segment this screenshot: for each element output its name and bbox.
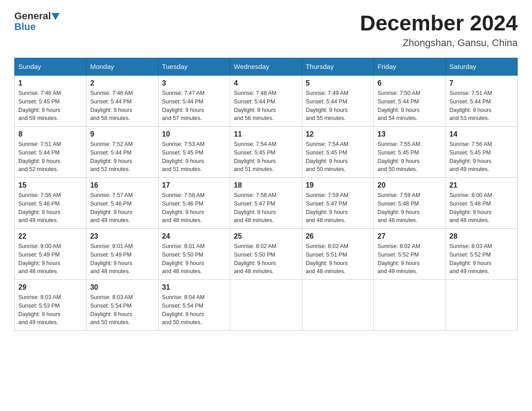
calendar-header-row: Sunday Monday Tuesday Wednesday Thursday… bbox=[15, 58, 518, 76]
col-wednesday: Wednesday bbox=[230, 58, 302, 76]
calendar-day-cell: 4 Sunrise: 7:48 AMSunset: 5:44 PMDayligh… bbox=[230, 75, 302, 127]
col-saturday: Saturday bbox=[446, 58, 517, 76]
day-number: 1 bbox=[18, 79, 82, 87]
col-thursday: Thursday bbox=[302, 58, 373, 76]
day-number: 18 bbox=[234, 181, 298, 189]
col-friday: Friday bbox=[374, 58, 446, 76]
day-number: 16 bbox=[90, 181, 154, 189]
day-info: Sunrise: 7:57 AMSunset: 5:46 PMDaylight:… bbox=[90, 192, 133, 223]
day-info: Sunrise: 7:50 AMSunset: 5:44 PMDaylight:… bbox=[378, 90, 420, 121]
day-number: 12 bbox=[306, 130, 370, 138]
day-number: 3 bbox=[162, 79, 226, 87]
col-monday: Monday bbox=[86, 58, 158, 76]
calendar-day-cell: 3 Sunrise: 7:47 AMSunset: 5:44 PMDayligh… bbox=[158, 75, 230, 127]
day-number: 21 bbox=[450, 181, 514, 189]
calendar-day-cell: 24 Sunrise: 8:01 AMSunset: 5:50 PMDaylig… bbox=[158, 229, 230, 280]
calendar-week-row: 22 Sunrise: 8:00 AMSunset: 5:49 PMDaylig… bbox=[15, 229, 518, 280]
logo-arrow-icon bbox=[51, 13, 60, 20]
day-number: 10 bbox=[162, 130, 226, 138]
calendar-day-cell bbox=[446, 280, 517, 331]
day-info: Sunrise: 7:58 AMSunset: 5:47 PMDaylight:… bbox=[234, 192, 276, 223]
calendar-day-cell bbox=[230, 280, 302, 331]
day-number: 22 bbox=[18, 232, 82, 240]
calendar-day-cell: 28 Sunrise: 8:03 AMSunset: 5:52 PMDaylig… bbox=[446, 229, 517, 280]
day-info: Sunrise: 8:02 AMSunset: 5:52 PMDaylight:… bbox=[378, 243, 420, 274]
day-number: 30 bbox=[90, 283, 154, 291]
day-info: Sunrise: 7:56 AMSunset: 5:45 PMDaylight:… bbox=[450, 141, 492, 172]
day-info: Sunrise: 7:59 AMSunset: 5:48 PMDaylight:… bbox=[378, 192, 420, 223]
day-number: 14 bbox=[450, 130, 514, 138]
day-info: Sunrise: 8:03 AMSunset: 5:53 PMDaylight:… bbox=[18, 294, 61, 325]
day-info: Sunrise: 7:54 AMSunset: 5:45 PMDaylight:… bbox=[306, 141, 348, 172]
day-info: Sunrise: 7:56 AMSunset: 5:46 PMDaylight:… bbox=[18, 192, 61, 223]
day-info: Sunrise: 7:58 AMSunset: 5:46 PMDaylight:… bbox=[162, 192, 205, 223]
day-number: 11 bbox=[234, 130, 298, 138]
calendar-day-cell: 13 Sunrise: 7:55 AMSunset: 5:45 PMDaylig… bbox=[374, 127, 446, 178]
calendar-week-row: 8 Sunrise: 7:51 AMSunset: 5:44 PMDayligh… bbox=[15, 127, 518, 178]
col-sunday: Sunday bbox=[15, 58, 86, 76]
page-subtitle: Zhongshan, Gansu, China bbox=[360, 37, 518, 49]
day-info: Sunrise: 8:04 AMSunset: 5:54 PMDaylight:… bbox=[162, 294, 205, 325]
day-number: 25 bbox=[234, 232, 298, 240]
title-block: December 2024 Zhongshan, Gansu, China bbox=[360, 11, 518, 49]
day-number: 4 bbox=[234, 79, 298, 87]
calendar-day-cell: 7 Sunrise: 7:51 AMSunset: 5:44 PMDayligh… bbox=[446, 75, 517, 127]
calendar-day-cell: 6 Sunrise: 7:50 AMSunset: 5:44 PMDayligh… bbox=[374, 75, 446, 127]
calendar-table: Sunday Monday Tuesday Wednesday Thursday… bbox=[14, 58, 518, 331]
calendar-week-row: 1 Sunrise: 7:46 AMSunset: 5:45 PMDayligh… bbox=[15, 75, 518, 127]
day-info: Sunrise: 7:53 AMSunset: 5:45 PMDaylight:… bbox=[162, 141, 205, 172]
day-number: 5 bbox=[306, 79, 370, 87]
day-info: Sunrise: 8:03 AMSunset: 5:52 PMDaylight:… bbox=[450, 243, 492, 274]
day-number: 15 bbox=[18, 181, 82, 189]
day-info: Sunrise: 8:02 AMSunset: 5:50 PMDaylight:… bbox=[234, 243, 276, 274]
calendar-day-cell: 8 Sunrise: 7:51 AMSunset: 5:44 PMDayligh… bbox=[15, 127, 86, 178]
day-number: 2 bbox=[90, 79, 154, 87]
logo: General Blue bbox=[14, 11, 60, 32]
day-number: 31 bbox=[162, 283, 226, 291]
day-number: 7 bbox=[450, 79, 514, 87]
calendar-week-row: 15 Sunrise: 7:56 AMSunset: 5:46 PMDaylig… bbox=[15, 178, 518, 229]
day-info: Sunrise: 8:00 AMSunset: 5:49 PMDaylight:… bbox=[18, 243, 61, 274]
day-info: Sunrise: 8:03 AMSunset: 5:54 PMDaylight:… bbox=[90, 294, 133, 325]
day-info: Sunrise: 8:01 AMSunset: 5:50 PMDaylight:… bbox=[162, 243, 205, 274]
day-info: Sunrise: 7:52 AMSunset: 5:44 PMDaylight:… bbox=[90, 141, 133, 172]
calendar-day-cell: 19 Sunrise: 7:59 AMSunset: 5:47 PMDaylig… bbox=[302, 178, 373, 229]
calendar-day-cell: 26 Sunrise: 8:02 AMSunset: 5:51 PMDaylig… bbox=[302, 229, 373, 280]
day-info: Sunrise: 7:54 AMSunset: 5:45 PMDaylight:… bbox=[234, 141, 276, 172]
calendar-day-cell: 12 Sunrise: 7:54 AMSunset: 5:45 PMDaylig… bbox=[302, 127, 373, 178]
calendar-day-cell bbox=[374, 280, 446, 331]
calendar-day-cell bbox=[302, 280, 373, 331]
day-number: 20 bbox=[378, 181, 442, 189]
logo-general: General bbox=[14, 11, 60, 21]
calendar-day-cell: 9 Sunrise: 7:52 AMSunset: 5:44 PMDayligh… bbox=[86, 127, 158, 178]
calendar-day-cell: 18 Sunrise: 7:58 AMSunset: 5:47 PMDaylig… bbox=[230, 178, 302, 229]
calendar-day-cell: 30 Sunrise: 8:03 AMSunset: 5:54 PMDaylig… bbox=[86, 280, 158, 331]
day-number: 13 bbox=[378, 130, 442, 138]
day-info: Sunrise: 8:00 AMSunset: 5:48 PMDaylight:… bbox=[450, 192, 492, 223]
calendar-day-cell: 31 Sunrise: 8:04 AMSunset: 5:54 PMDaylig… bbox=[158, 280, 230, 331]
day-info: Sunrise: 7:55 AMSunset: 5:45 PMDaylight:… bbox=[378, 141, 420, 172]
day-number: 9 bbox=[90, 130, 154, 138]
day-number: 24 bbox=[162, 232, 226, 240]
calendar-day-cell: 14 Sunrise: 7:56 AMSunset: 5:45 PMDaylig… bbox=[446, 127, 517, 178]
day-number: 23 bbox=[90, 232, 154, 240]
day-info: Sunrise: 7:51 AMSunset: 5:44 PMDaylight:… bbox=[450, 90, 492, 121]
day-info: Sunrise: 7:59 AMSunset: 5:47 PMDaylight:… bbox=[306, 192, 348, 223]
calendar-day-cell: 11 Sunrise: 7:54 AMSunset: 5:45 PMDaylig… bbox=[230, 127, 302, 178]
calendar-day-cell: 21 Sunrise: 8:00 AMSunset: 5:48 PMDaylig… bbox=[446, 178, 517, 229]
calendar-day-cell: 29 Sunrise: 8:03 AMSunset: 5:53 PMDaylig… bbox=[15, 280, 86, 331]
calendar-day-cell: 15 Sunrise: 7:56 AMSunset: 5:46 PMDaylig… bbox=[15, 178, 86, 229]
day-number: 8 bbox=[18, 130, 82, 138]
calendar-day-cell: 20 Sunrise: 7:59 AMSunset: 5:48 PMDaylig… bbox=[374, 178, 446, 229]
day-info: Sunrise: 7:51 AMSunset: 5:44 PMDaylight:… bbox=[18, 141, 61, 172]
logo-blue-text: Blue bbox=[14, 21, 36, 32]
day-info: Sunrise: 7:47 AMSunset: 5:44 PMDaylight:… bbox=[162, 90, 205, 121]
calendar-day-cell: 25 Sunrise: 8:02 AMSunset: 5:50 PMDaylig… bbox=[230, 229, 302, 280]
calendar-day-cell: 5 Sunrise: 7:49 AMSunset: 5:44 PMDayligh… bbox=[302, 75, 373, 127]
day-info: Sunrise: 7:49 AMSunset: 5:44 PMDaylight:… bbox=[306, 90, 348, 121]
calendar-day-cell: 10 Sunrise: 7:53 AMSunset: 5:45 PMDaylig… bbox=[158, 127, 230, 178]
page-title: December 2024 bbox=[360, 11, 518, 35]
calendar-day-cell: 27 Sunrise: 8:02 AMSunset: 5:52 PMDaylig… bbox=[374, 229, 446, 280]
day-info: Sunrise: 8:01 AMSunset: 5:49 PMDaylight:… bbox=[90, 243, 133, 274]
page-header: General Blue December 2024 Zhongshan, Ga… bbox=[14, 11, 518, 49]
